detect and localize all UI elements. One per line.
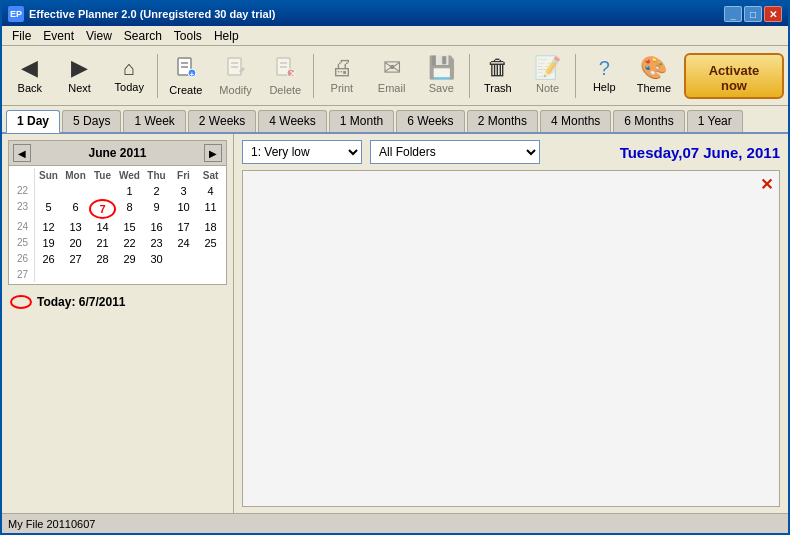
activate-button[interactable]: Activate now	[684, 53, 784, 99]
status-text: My File 20110607	[8, 518, 95, 530]
cal-day-18[interactable]: 18	[197, 219, 224, 235]
week-num-25: 25	[11, 235, 35, 251]
menu-help[interactable]: Help	[208, 28, 245, 44]
cal-day-9[interactable]: 9	[143, 199, 170, 219]
tab-4weeks[interactable]: 4 Weeks	[258, 110, 326, 132]
email-label: Email	[378, 82, 406, 94]
cal-day-23[interactable]: 23	[143, 235, 170, 251]
menu-file[interactable]: File	[6, 28, 37, 44]
minimize-button[interactable]: _	[724, 6, 742, 22]
cal-day-1[interactable]: 1	[116, 183, 143, 199]
cal-day[interactable]	[197, 251, 224, 267]
next-label: Next	[68, 82, 91, 94]
date-display: Tuesday,07 June, 2011	[620, 144, 780, 161]
modify-button[interactable]: Modify	[212, 49, 260, 103]
tab-4months[interactable]: 4 Months	[540, 110, 611, 132]
menu-view[interactable]: View	[80, 28, 118, 44]
tab-5days[interactable]: 5 Days	[62, 110, 121, 132]
cal-day[interactable]	[143, 267, 170, 282]
tab-6weeks[interactable]: 6 Weeks	[396, 110, 464, 132]
next-month-button[interactable]: ▶	[204, 144, 222, 162]
cal-day[interactable]	[170, 267, 197, 282]
tab-2months[interactable]: 2 Months	[467, 110, 538, 132]
cal-day-14[interactable]: 14	[89, 219, 116, 235]
create-button[interactable]: + Create	[162, 49, 210, 103]
cal-day-6[interactable]: 6	[62, 199, 89, 219]
tab-2weeks[interactable]: 2 Weeks	[188, 110, 256, 132]
close-button[interactable]: ✕	[764, 6, 782, 22]
cal-day-22[interactable]: 22	[116, 235, 143, 251]
cal-day[interactable]	[62, 183, 89, 199]
week-num-23: 23	[11, 199, 35, 219]
menu-event[interactable]: Event	[37, 28, 80, 44]
note-button[interactable]: 📝 Note	[524, 49, 572, 103]
cal-day-24[interactable]: 24	[170, 235, 197, 251]
cal-week-25: 25 19 20 21 22 23 24 25	[11, 235, 224, 251]
print-button[interactable]: 🖨 Print	[318, 49, 366, 103]
cal-day-8[interactable]: 8	[116, 199, 143, 219]
title-bar-controls: _ □ ✕	[724, 6, 782, 22]
today-button[interactable]: ⌂ Today	[105, 49, 153, 103]
cal-day-15[interactable]: 15	[116, 219, 143, 235]
cal-day-2[interactable]: 2	[143, 183, 170, 199]
folder-select[interactable]: All Folders Personal Work Family	[370, 140, 540, 164]
email-button[interactable]: ✉ Email	[368, 49, 416, 103]
cal-day-21[interactable]: 21	[89, 235, 116, 251]
delete-button[interactable]: ✕ Delete	[261, 49, 309, 103]
cal-day-28[interactable]: 28	[89, 251, 116, 267]
cal-day-17[interactable]: 17	[170, 219, 197, 235]
trash-button[interactable]: 🗑 Trash	[474, 49, 522, 103]
cal-day-29[interactable]: 29	[116, 251, 143, 267]
cal-day-27[interactable]: 27	[62, 251, 89, 267]
tab-1day[interactable]: 1 Day	[6, 110, 60, 133]
cal-day-20[interactable]: 20	[62, 235, 89, 251]
back-button[interactable]: ◀ Back	[6, 49, 54, 103]
toolbar-sep-1	[157, 54, 158, 98]
cal-day[interactable]	[170, 251, 197, 267]
cal-day-13[interactable]: 13	[62, 219, 89, 235]
cal-day[interactable]	[35, 267, 62, 282]
cal-day[interactable]	[197, 267, 224, 282]
close-content-button[interactable]: ✕	[760, 175, 773, 194]
maximize-button[interactable]: □	[744, 6, 762, 22]
cal-day-19[interactable]: 19	[35, 235, 62, 251]
cal-day-26[interactable]: 26	[35, 251, 62, 267]
view-tabs: 1 Day 5 Days 1 Week 2 Weeks 4 Weeks 1 Mo…	[2, 106, 788, 134]
menu-tools[interactable]: Tools	[168, 28, 208, 44]
next-button[interactable]: ▶ Next	[56, 49, 104, 103]
save-button[interactable]: 💾 Save	[417, 49, 465, 103]
cal-day-12[interactable]: 12	[35, 219, 62, 235]
cal-day-3[interactable]: 3	[170, 183, 197, 199]
cal-day[interactable]	[62, 267, 89, 282]
svg-text:✕: ✕	[289, 68, 297, 78]
help-label: Help	[593, 81, 616, 93]
cal-day[interactable]	[89, 183, 116, 199]
toolbar-sep-3	[469, 54, 470, 98]
priority-select[interactable]: 1: Very low 2: Low 3: Normal 4: High 5: …	[242, 140, 362, 164]
cal-day-11[interactable]: 11	[197, 199, 224, 219]
tab-1year[interactable]: 1 Year	[687, 110, 743, 132]
cal-day-7-today[interactable]: 7	[89, 199, 116, 219]
day-header-mon: Mon	[62, 168, 89, 183]
tab-6months[interactable]: 6 Months	[613, 110, 684, 132]
cal-day-25[interactable]: 25	[197, 235, 224, 251]
day-header-sun: Sun	[35, 168, 62, 183]
print-label: Print	[331, 82, 354, 94]
cal-day[interactable]	[35, 183, 62, 199]
cal-day-10[interactable]: 10	[170, 199, 197, 219]
save-label: Save	[429, 82, 454, 94]
cal-week-24: 24 12 13 14 15 16 17 18	[11, 219, 224, 235]
cal-day[interactable]	[89, 267, 116, 282]
cal-day-4[interactable]: 4	[197, 183, 224, 199]
cal-day-16[interactable]: 16	[143, 219, 170, 235]
theme-button[interactable]: 🎨 Theme	[630, 49, 678, 103]
help-button[interactable]: ? Help	[580, 49, 628, 103]
tab-1week[interactable]: 1 Week	[123, 110, 185, 132]
cal-day-30[interactable]: 30	[143, 251, 170, 267]
cal-day[interactable]	[116, 267, 143, 282]
tab-1month[interactable]: 1 Month	[329, 110, 394, 132]
email-icon: ✉	[383, 57, 401, 79]
menu-search[interactable]: Search	[118, 28, 168, 44]
prev-month-button[interactable]: ◀	[13, 144, 31, 162]
cal-day-5[interactable]: 5	[35, 199, 62, 219]
